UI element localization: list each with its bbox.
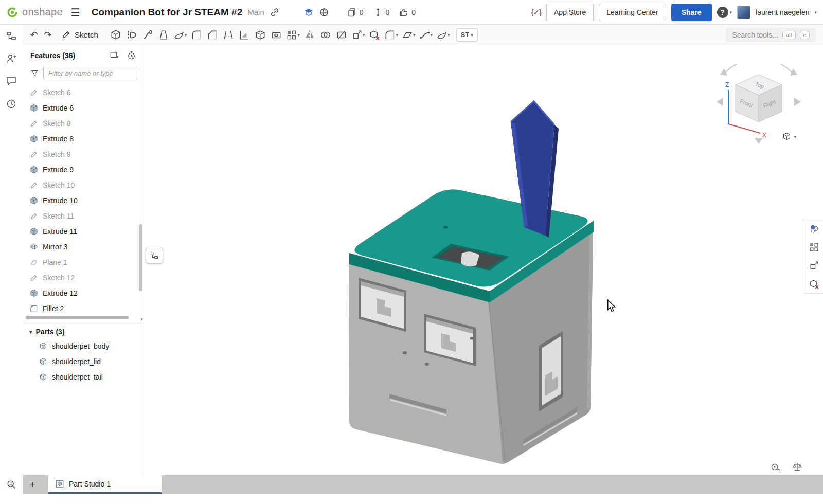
part-icon bbox=[39, 373, 47, 381]
boolean-button[interactable] bbox=[318, 27, 333, 43]
feature-list-toggle-button[interactable] bbox=[146, 247, 163, 264]
draft-button[interactable] bbox=[221, 27, 236, 43]
part-item-shoulderpet-body[interactable]: shoulderpet_body bbox=[23, 338, 144, 354]
feature-label: Extrude 10 bbox=[43, 196, 78, 205]
help-menu[interactable]: ? ▾ bbox=[717, 7, 732, 18]
feature-item-mirror-3[interactable]: Mirror 3 bbox=[23, 239, 144, 255]
search-tabs-button[interactable] bbox=[0, 475, 23, 494]
feature-item-sketch-11[interactable]: Sketch 11 bbox=[23, 208, 144, 224]
rotate-right-arrow-icon[interactable] bbox=[794, 98, 801, 106]
public-globe-icon[interactable] bbox=[319, 7, 329, 17]
measure-icon[interactable] bbox=[771, 462, 781, 472]
education-icon[interactable] bbox=[303, 7, 314, 17]
versions-counter[interactable]: 0 bbox=[371, 7, 392, 17]
sweep-button[interactable] bbox=[140, 27, 155, 43]
workspace-branch-label[interactable]: Main bbox=[247, 8, 264, 16]
feature-item-sketch-10[interactable]: Sketch 10 bbox=[23, 177, 144, 193]
rib-button[interactable] bbox=[237, 27, 252, 43]
sketch-button[interactable]: Sketch bbox=[55, 27, 104, 43]
feature-manager-button[interactable] bbox=[5, 29, 18, 43]
stopwatch-icon[interactable] bbox=[127, 50, 136, 60]
split-button[interactable] bbox=[334, 27, 349, 43]
part-label: shoulderpet_body bbox=[52, 342, 109, 350]
follow-mode-button[interactable] bbox=[5, 52, 18, 65]
redo-button[interactable]: ↷ bbox=[41, 27, 55, 43]
onshape-logo[interactable]: onshape bbox=[6, 6, 63, 19]
feature-item-fillet-2[interactable]: Fillet 2 bbox=[23, 301, 144, 316]
history-button[interactable] bbox=[5, 97, 18, 111]
loft-button[interactable] bbox=[156, 27, 171, 43]
feature-item-extrude-12[interactable]: Extrude 12 bbox=[23, 285, 144, 301]
custom-features-button[interactable]: ST ▾ bbox=[456, 28, 478, 42]
feature-item-sketch-8[interactable]: Sketch 8 bbox=[23, 116, 144, 131]
insert-feature-icon[interactable] bbox=[110, 50, 119, 60]
app-store-button[interactable]: App Store bbox=[546, 4, 594, 21]
share-button[interactable]: Share bbox=[671, 4, 712, 21]
display-modes-button[interactable] bbox=[804, 238, 823, 256]
feature-item-extrude-8[interactable]: Extrude 8 bbox=[23, 131, 144, 147]
fillet-button[interactable] bbox=[189, 27, 204, 43]
chevron-down-icon[interactable]: ▾ bbox=[413, 32, 416, 38]
chamfer-button[interactable] bbox=[205, 27, 220, 43]
search-tools[interactable]: Search tools... alt c bbox=[726, 28, 816, 42]
mass-properties-icon[interactable] bbox=[792, 462, 802, 472]
chevron-down-icon[interactable]: ▾ bbox=[363, 32, 365, 38]
main-menu-icon[interactable]: ☰ bbox=[68, 6, 83, 19]
chevron-down-icon[interactable]: ▾ bbox=[185, 32, 187, 38]
appearance-button[interactable] bbox=[804, 219, 823, 238]
feature-item-sketch-9[interactable]: Sketch 9 bbox=[23, 147, 144, 162]
add-tab-button[interactable]: + bbox=[23, 475, 42, 494]
3d-viewport[interactable]: Top Front Right Z X ▾ bbox=[144, 45, 823, 475]
view-menu-button[interactable]: ▾ bbox=[782, 132, 796, 141]
filter-funnel-icon[interactable] bbox=[30, 69, 39, 78]
likes-counter[interactable]: 0 bbox=[397, 7, 418, 17]
scroll-down-arrow-icon[interactable]: ▾ bbox=[140, 317, 143, 322]
feature-item-sketch-6[interactable]: Sketch 6 bbox=[23, 85, 144, 100]
extrude-button[interactable] bbox=[108, 27, 123, 43]
parts-header[interactable]: ▾ Parts (3) bbox=[23, 325, 144, 338]
x-axis-line bbox=[728, 124, 760, 133]
feature-item-sketch-12[interactable]: Sketch 12 bbox=[23, 270, 144, 285]
rotate-down-arrow-icon[interactable] bbox=[755, 138, 763, 144]
tab-part-studio-1[interactable]: Part Studio 1 bbox=[48, 475, 162, 494]
plane-button[interactable]: ▾ bbox=[400, 27, 417, 43]
feature-item-extrude-6[interactable]: Extrude 6 bbox=[23, 100, 144, 116]
part-item-shoulderpet-lid[interactable]: shoulderpet_lid bbox=[23, 354, 144, 369]
chevron-down-icon[interactable]: ▾ bbox=[297, 32, 300, 38]
vertical-scrollbar[interactable] bbox=[139, 224, 142, 291]
chevron-down-icon[interactable]: ▾ bbox=[431, 32, 433, 38]
chevron-down-icon[interactable]: ▾ bbox=[448, 32, 450, 38]
named-views-button[interactable] bbox=[804, 256, 823, 275]
copies-counter[interactable]: 0 bbox=[345, 7, 366, 17]
part-item-shoulderpet-tail[interactable]: shoulderpet_tail bbox=[23, 369, 144, 385]
mirror-button[interactable] bbox=[302, 27, 317, 43]
modify-fillet-button[interactable]: ▾ bbox=[383, 27, 400, 43]
linear-pattern-button[interactable]: ▾ bbox=[284, 27, 301, 43]
feature-script-icon[interactable]: {✓} bbox=[531, 8, 541, 17]
user-avatar[interactable] bbox=[737, 6, 750, 19]
thicken-button[interactable]: ▾ bbox=[172, 27, 189, 43]
user-name: laurent naegelen bbox=[756, 8, 809, 16]
configurations-button[interactable] bbox=[804, 275, 823, 293]
share-link-icon[interactable] bbox=[270, 7, 280, 17]
user-menu-chevron-icon[interactable]: ▾ bbox=[814, 10, 817, 15]
curve-button[interactable]: ▾ bbox=[418, 27, 435, 43]
feature-item-extrude-10[interactable]: Extrude 10 bbox=[23, 193, 144, 208]
transform-button[interactable]: ▾ bbox=[350, 27, 367, 43]
learning-center-button[interactable]: Learning Center bbox=[599, 4, 666, 21]
comments-button[interactable] bbox=[5, 75, 18, 88]
chevron-down-icon[interactable]: ▾ bbox=[396, 32, 398, 38]
undo-button[interactable]: ↶ bbox=[27, 27, 41, 43]
feature-item-plane-1[interactable]: Plane 1 bbox=[23, 255, 144, 270]
filter-input[interactable] bbox=[43, 66, 137, 80]
rollback-bar[interactable] bbox=[26, 316, 129, 319]
revolve-button[interactable] bbox=[124, 27, 139, 43]
rotate-left-arrow-icon[interactable] bbox=[717, 98, 723, 106]
feature-item-extrude-9[interactable]: Extrude 9 bbox=[23, 162, 144, 177]
surface-button[interactable]: ▾ bbox=[435, 27, 452, 43]
extrude-icon bbox=[30, 166, 38, 174]
hole-button[interactable] bbox=[269, 27, 284, 43]
feature-item-extrude-11[interactable]: Extrude 11 bbox=[23, 224, 144, 239]
delete-part-button[interactable] bbox=[367, 27, 382, 43]
shell-button[interactable] bbox=[253, 27, 268, 43]
